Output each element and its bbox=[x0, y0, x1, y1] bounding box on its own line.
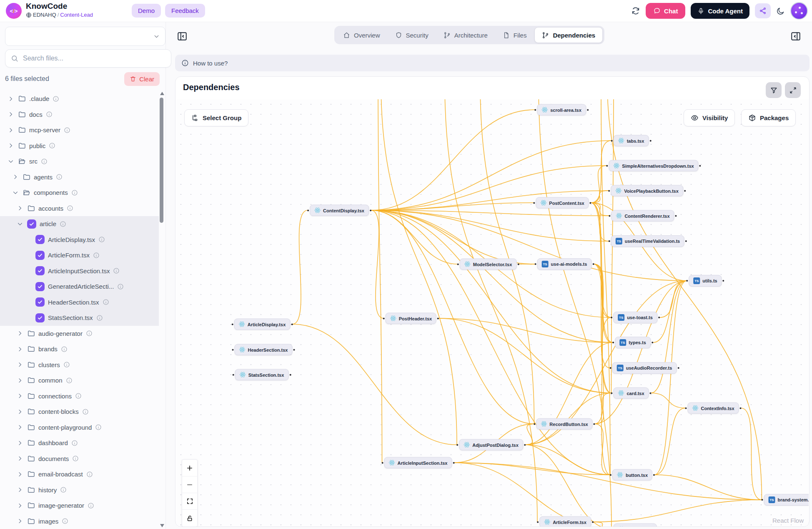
tab-dependencies[interactable]: Dependencies bbox=[534, 27, 603, 43]
info-icon[interactable] bbox=[60, 486, 67, 493]
chevron-right-icon[interactable] bbox=[17, 330, 24, 337]
info-icon[interactable] bbox=[82, 408, 89, 415]
info-icon[interactable] bbox=[117, 283, 124, 290]
scroll-down-arrow[interactable] bbox=[160, 524, 164, 527]
info-icon[interactable] bbox=[67, 205, 73, 212]
graph-node-use-audio-recorder[interactable]: TSuseAudioRecorder.ts bbox=[612, 362, 677, 374]
checkbox-checked[interactable] bbox=[35, 282, 45, 291]
tree-row--claude[interactable]: .claude bbox=[0, 91, 159, 107]
tree-row-agents[interactable]: agents bbox=[0, 169, 159, 185]
zoom-in-button[interactable] bbox=[182, 460, 197, 476]
packages-button[interactable]: Packages bbox=[741, 109, 796, 126]
zoom-out-button[interactable] bbox=[182, 476, 197, 493]
chevron-right-icon[interactable] bbox=[17, 502, 24, 509]
tab-files[interactable]: Files bbox=[496, 28, 534, 43]
code-agent-button[interactable]: Code Agent bbox=[691, 3, 749, 19]
info-icon[interactable] bbox=[56, 174, 63, 180]
info-icon[interactable] bbox=[86, 330, 93, 337]
graph-node-article-input[interactable]: ArticleInputSection.tsx bbox=[384, 457, 452, 469]
tree-row-articleinputsection-tsx[interactable]: ArticleInputSection.tsx bbox=[0, 263, 159, 279]
chevron-right-icon[interactable] bbox=[17, 486, 24, 494]
chevron-right-icon[interactable] bbox=[17, 393, 24, 400]
chevron-right-icon[interactable] bbox=[8, 95, 15, 102]
info-icon[interactable] bbox=[75, 393, 82, 399]
expand-button[interactable] bbox=[785, 82, 801, 98]
visibility-button[interactable]: Visibility bbox=[684, 109, 735, 126]
tab-overview[interactable]: Overview bbox=[336, 28, 387, 43]
graph-node-post-content[interactable]: PostContent.tsx bbox=[536, 197, 589, 209]
chevron-right-icon[interactable] bbox=[12, 174, 19, 181]
chevron-right-icon[interactable] bbox=[8, 111, 15, 118]
collapse-right-panel-icon[interactable] bbox=[790, 31, 801, 42]
how-to-use-bar[interactable]: How to use? bbox=[175, 55, 809, 71]
collapse-sidebar-icon[interactable] bbox=[177, 31, 188, 42]
feedback-button[interactable]: Feedback bbox=[165, 4, 205, 18]
info-icon[interactable] bbox=[63, 361, 70, 368]
project-select[interactable] bbox=[5, 27, 165, 46]
tree-row-articledisplay-tsx[interactable]: ArticleDisplay.tsx bbox=[0, 232, 159, 248]
chevron-right-icon[interactable] bbox=[17, 361, 24, 368]
chevron-down-icon[interactable] bbox=[8, 158, 15, 165]
checkbox-checked[interactable] bbox=[35, 313, 45, 322]
graph-node-use-ai-models[interactable]: TSuse-ai-models.ts bbox=[537, 258, 592, 270]
info-icon[interactable] bbox=[72, 455, 79, 462]
chevron-right-icon[interactable] bbox=[17, 377, 24, 384]
info-icon[interactable] bbox=[95, 424, 102, 431]
tree-row-content-playground[interactable]: content-playground bbox=[0, 420, 159, 436]
chevron-right-icon[interactable] bbox=[17, 471, 24, 478]
select-group-button[interactable]: Select Group bbox=[184, 109, 248, 126]
project-name[interactable]: Content-Lead bbox=[60, 12, 93, 18]
clear-button[interactable]: Clear bbox=[124, 72, 160, 86]
graph-node-adjust-post[interactable]: AdjustPostDialog.tsx bbox=[459, 439, 523, 451]
checkbox-checked[interactable] bbox=[35, 235, 45, 244]
dark-mode-icon[interactable] bbox=[776, 7, 785, 15]
graph-node-context-info[interactable]: ContextInfo.tsx bbox=[687, 403, 739, 414]
tree-row-audio-generator[interactable]: audio-generator bbox=[0, 326, 159, 342]
info-icon[interactable] bbox=[98, 236, 105, 243]
tree-row-components[interactable]: components bbox=[0, 185, 159, 201]
tree-row-common[interactable]: common bbox=[0, 373, 159, 388]
info-icon[interactable] bbox=[71, 440, 78, 446]
graph-node-button[interactable]: button.tsx bbox=[612, 469, 652, 481]
tree-row-headersection-tsx[interactable]: HeaderSection.tsx bbox=[0, 295, 159, 310]
graph-node-types[interactable]: TStypes.ts bbox=[615, 337, 651, 348]
tree-row-history[interactable]: history bbox=[0, 482, 159, 498]
chevron-right-icon[interactable] bbox=[17, 518, 24, 525]
tree-row-mcp-server[interactable]: mcp-server bbox=[0, 122, 159, 138]
chevron-right-icon[interactable] bbox=[8, 126, 15, 134]
share-icon[interactable] bbox=[755, 3, 771, 18]
info-icon[interactable] bbox=[103, 299, 109, 305]
graph-node-voice[interactable]: VoicePlaybackButton.tsx bbox=[611, 185, 683, 196]
info-icon[interactable] bbox=[60, 221, 66, 227]
tree-row-generatedarticlesecti-[interactable]: GeneratedArticleSecti... bbox=[0, 279, 159, 295]
tree-row-article[interactable]: article bbox=[0, 216, 159, 232]
scrollbar-thumb[interactable] bbox=[160, 98, 163, 223]
info-icon[interactable] bbox=[71, 189, 78, 196]
graph-node-model-selector[interactable]: ModelSelector.tsx bbox=[460, 259, 517, 270]
graph-node-post-header[interactable]: PostHeader.tsx bbox=[386, 313, 436, 324]
tree-row-content-blocks[interactable]: content-blocks bbox=[0, 404, 159, 420]
avatar[interactable] bbox=[790, 2, 808, 20]
tree-row-image-generator[interactable]: image-generator bbox=[0, 498, 159, 514]
graph-node-scroll-area[interactable]: scroll-area.tsx bbox=[537, 104, 586, 116]
graph-node-tabs[interactable]: tabs.tsx bbox=[614, 135, 649, 146]
tab-architecture[interactable]: Architecture bbox=[436, 28, 495, 43]
info-icon[interactable] bbox=[64, 127, 70, 134]
search-input[interactable] bbox=[22, 54, 145, 63]
tree-row-images[interactable]: images bbox=[0, 514, 159, 529]
info-icon[interactable] bbox=[66, 377, 73, 384]
graph-node-use-rtv[interactable]: TSuseRealTimeValidation.ts bbox=[611, 235, 684, 247]
chevron-right-icon[interactable] bbox=[17, 205, 24, 212]
info-icon[interactable] bbox=[96, 315, 103, 321]
tab-security[interactable]: Security bbox=[388, 28, 436, 43]
chevron-right-icon[interactable] bbox=[17, 455, 24, 462]
info-icon[interactable] bbox=[53, 96, 59, 102]
tree-row-connections[interactable]: connections bbox=[0, 388, 159, 404]
scroll-up-arrow[interactable] bbox=[160, 92, 164, 95]
info-icon[interactable] bbox=[41, 158, 48, 165]
checkbox-checked[interactable] bbox=[35, 297, 45, 307]
chevron-right-icon[interactable] bbox=[17, 439, 24, 446]
graph-node-card[interactable]: card.tsx bbox=[613, 388, 649, 399]
info-icon[interactable] bbox=[62, 518, 68, 524]
chevron-down-icon[interactable] bbox=[17, 220, 24, 227]
